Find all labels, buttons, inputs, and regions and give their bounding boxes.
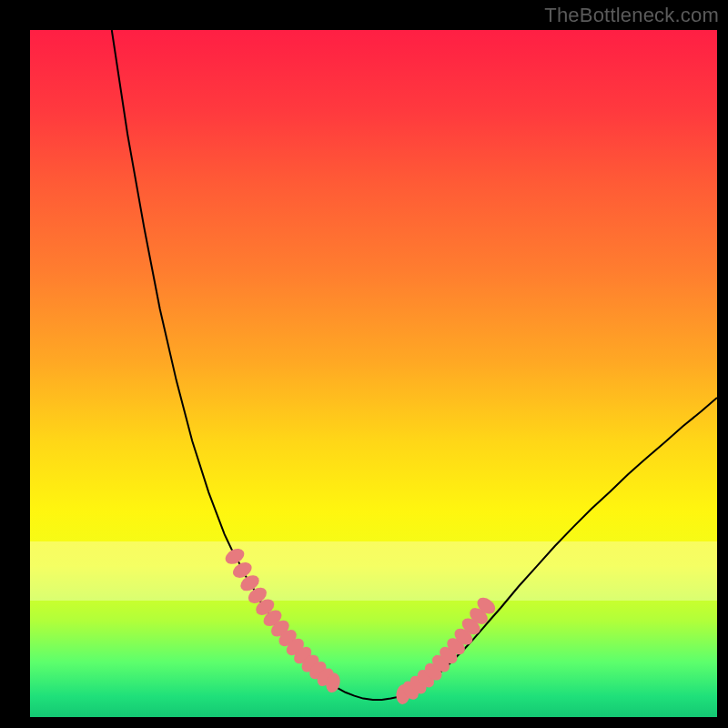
plot-area	[30, 30, 717, 717]
chart-frame: TheBottleneck.com	[0, 0, 728, 728]
source-credit: TheBottleneck.com	[544, 4, 719, 27]
chart-svg	[30, 30, 717, 717]
dot-group	[223, 545, 499, 704]
bottleneck-curve	[112, 30, 717, 700]
